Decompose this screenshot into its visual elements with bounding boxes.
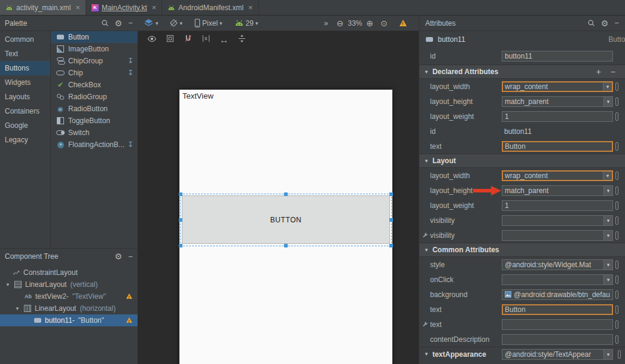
section-textappearance[interactable]: ▼ textAppearance @android:style/TextAppe… [419, 347, 625, 361]
palette-category-containers[interactable]: Containers [0, 104, 50, 118]
contentdescription-input[interactable] [502, 334, 613, 345]
palette-item-imagebutton[interactable]: ImageButton [51, 43, 138, 55]
default-margins-icon[interactable]: 8 [202, 34, 211, 45]
id-value[interactable]: button11 [502, 126, 613, 137]
section-common-attributes[interactable]: ▼ Common Attributes [419, 243, 625, 257]
resource-flag-icon[interactable] [615, 276, 618, 284]
section-layout[interactable]: ▼ Layout [419, 154, 625, 168]
search-icon[interactable] [587, 19, 595, 27]
layout-weight-input[interactable]: 1 [502, 200, 613, 211]
layout-width-dropdown[interactable]: wrap_content ▾ [502, 170, 613, 181]
download-icon[interactable]: ↧ [127, 69, 133, 77]
download-icon[interactable]: ↧ [127, 140, 133, 149]
chevron-down-icon[interactable]: ▾ [603, 216, 612, 225]
pack-distribute-icon[interactable] [237, 34, 246, 45]
add-attribute-icon[interactable]: + [596, 67, 601, 77]
autoconnect-off-magnet-icon[interactable] [184, 34, 193, 45]
resource-flag-icon[interactable] [615, 335, 618, 344]
design-surface-selector[interactable]: ▾ [144, 19, 158, 27]
section-declared-attributes[interactable]: ▼ Declared Attributes + − [419, 65, 625, 79]
palette-item-chip[interactable]: Chip ↧ [51, 67, 138, 79]
text-input[interactable]: Button [502, 141, 613, 152]
resource-flag-icon[interactable] [615, 82, 618, 91]
chevron-down-icon[interactable]: ▾ [603, 186, 612, 195]
palette-category-layouts[interactable]: Layouts [0, 90, 50, 104]
warnings-icon[interactable] [400, 20, 407, 26]
palette-item-radiobutton[interactable]: ◉ RadioButton [51, 103, 138, 115]
close-icon[interactable]: × [75, 3, 80, 12]
chevron-down-icon[interactable]: ▾ [603, 260, 612, 270]
zoom-out-icon[interactable]: ⊖ [337, 19, 344, 27]
close-icon[interactable]: × [248, 3, 253, 12]
chevron-down-icon[interactable]: ▾ [603, 172, 612, 180]
resource-flag-icon[interactable] [615, 186, 618, 195]
tools-text-input[interactable] [502, 319, 613, 330]
tab-androidmanifest-xml[interactable]: AndroidManifest.xml × [162, 0, 258, 15]
zoom-to-fit-icon[interactable]: ⊙ [380, 19, 388, 27]
palette-item-button[interactable]: Button [51, 31, 138, 43]
selection-handle[interactable] [389, 218, 393, 222]
style-dropdown[interactable]: @android:style/Widget.Mat ▾ [502, 259, 613, 270]
tree-node-linearlayout-vertical[interactable]: ▼ LinearLayout (vertical) [0, 279, 138, 290]
view-options-eye-icon[interactable] [147, 34, 157, 45]
palette-category-widgets[interactable]: Widgets [0, 75, 50, 90]
download-icon[interactable]: ↧ [127, 57, 133, 65]
expand-arrow-icon[interactable]: ▼ [14, 306, 20, 311]
blueprint-border-icon[interactable] [166, 34, 175, 45]
palette-item-chipgroup[interactable]: ChipGroup ↧ [51, 55, 138, 67]
gear-icon[interactable]: ⚙ [601, 19, 609, 27]
resource-flag-icon[interactable] [615, 142, 618, 151]
orientation-selector[interactable]: ▾ [169, 19, 183, 27]
gear-icon[interactable]: ⚙ [115, 19, 123, 27]
close-icon[interactable]: × [152, 3, 157, 12]
chevron-down-icon[interactable]: ▾ [603, 97, 612, 106]
layout-height-dropdown[interactable]: match_parent ▾ [502, 185, 613, 196]
gear-icon[interactable]: ⚙ [115, 252, 123, 261]
palette-category-common[interactable]: Common [0, 32, 50, 47]
palette-category-buttons[interactable]: Buttons [0, 61, 50, 75]
hide-panel-icon[interactable]: − [128, 19, 133, 27]
resource-flag-icon[interactable] [615, 216, 618, 225]
visibility-dropdown[interactable]: ▾ [502, 215, 613, 226]
textappearance-dropdown[interactable]: @android:style/TextAppear ▾ [502, 349, 613, 360]
tools-visibility-dropdown[interactable]: ▾ [502, 230, 613, 241]
palette-item-radiogroup[interactable]: RadioGroup [51, 91, 138, 103]
resource-flag-icon[interactable] [618, 350, 621, 359]
selection-handle[interactable] [284, 244, 288, 247]
palette-category-text[interactable]: Text [0, 47, 50, 61]
chevron-down-icon[interactable]: ▾ [603, 275, 612, 285]
onclick-dropdown[interactable]: ▾ [502, 274, 613, 285]
tab-mainactivity-kt[interactable]: K MainActivity.kt × [86, 0, 162, 15]
tree-node-linearlayout-horizontal[interactable]: ▼ LinearLayout (horizontal) [0, 302, 138, 314]
device-selector[interactable]: Pixel ▾ [194, 19, 222, 27]
chevron-down-icon[interactable]: ▾ [603, 231, 612, 240]
zoom-in-icon[interactable]: ⊕ [367, 19, 374, 27]
palette-item-checkbox[interactable]: ✔ CheckBox [51, 79, 138, 91]
more-toolbar-items-icon[interactable]: » [324, 19, 328, 27]
expand-arrow-icon[interactable]: ▼ [5, 282, 11, 287]
tree-node-constraintlayout[interactable]: ConstraintLayout [0, 267, 138, 279]
hide-panel-icon[interactable]: − [128, 253, 133, 261]
remove-attribute-icon[interactable]: − [611, 67, 615, 77]
resource-flag-icon[interactable] [615, 112, 618, 121]
selection-handle[interactable] [389, 192, 393, 196]
tree-node-textview2[interactable]: Ab textView2- "TextView" [0, 290, 138, 302]
resource-flag-icon[interactable] [615, 290, 618, 299]
clear-constraints-icon[interactable]: ↔ [219, 35, 228, 44]
layout-width-dropdown[interactable]: wrap_content ▾ [502, 81, 613, 92]
resource-flag-icon[interactable] [615, 97, 618, 106]
palette-category-google[interactable]: Google [0, 118, 50, 133]
resource-flag-icon[interactable] [615, 172, 618, 180]
palette-item-togglebutton[interactable]: ToggleButton [51, 115, 138, 127]
resource-flag-icon[interactable] [615, 320, 618, 329]
canvas-textview-widget[interactable]: TextView [182, 91, 214, 100]
canvas-button-widget[interactable]: BUTTON [182, 195, 390, 244]
hide-panel-icon[interactable]: − [614, 19, 619, 27]
tab-activity-main-xml[interactable]: activity_main.xml × [0, 0, 86, 15]
api-selector[interactable]: 29 ▾ [234, 19, 258, 27]
selection-handle[interactable] [284, 192, 288, 196]
chevron-down-icon[interactable]: ▾ [603, 82, 612, 91]
palette-category-legacy[interactable]: Legacy [0, 133, 50, 147]
resource-flag-icon[interactable] [615, 261, 618, 269]
layout-height-dropdown[interactable]: match_parent ▾ [502, 96, 613, 107]
